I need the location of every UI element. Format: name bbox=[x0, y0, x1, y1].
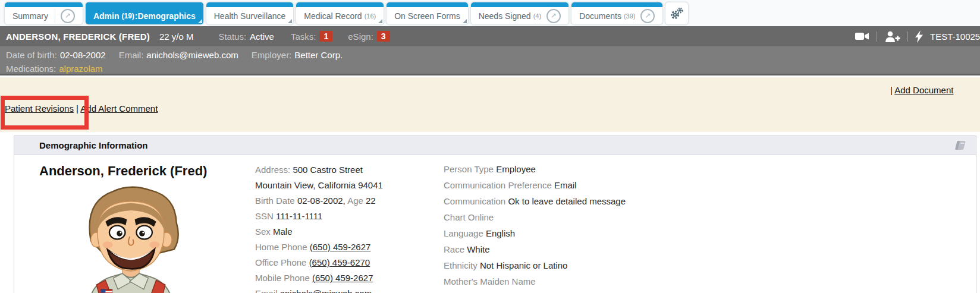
tab-admin-demographics[interactable]: Admin (19) :Demographics bbox=[86, 2, 203, 24]
field-address: Address: 500 Castro Street bbox=[255, 162, 383, 178]
demographics-right-column: Person Type Employee Communication Prefe… bbox=[444, 161, 626, 289]
race-value: White bbox=[467, 244, 489, 254]
tab-needs-signed-count: (4) bbox=[533, 12, 541, 20]
lightning-icon[interactable] bbox=[915, 30, 923, 43]
info-line-2: Medications:alprazolam bbox=[6, 62, 980, 75]
birth-date-label: Birth Date bbox=[255, 196, 295, 206]
tab-admin-label: Admin bbox=[93, 11, 120, 21]
address-label: Address: bbox=[255, 165, 290, 175]
tab-medical-record-count: (16) bbox=[365, 12, 376, 20]
field-chart-online: Chart Online bbox=[444, 209, 626, 225]
panel-header: Demographic Information bbox=[14, 136, 976, 155]
email-value: anichols@mieweb.com bbox=[146, 50, 238, 60]
sex-value: Male bbox=[273, 226, 293, 237]
tasks-badge[interactable]: 1 bbox=[319, 31, 332, 42]
ssn-value: 111-11-1111 bbox=[276, 211, 322, 221]
field-race: Race White bbox=[444, 241, 626, 257]
dob-value: 02-08-2002 bbox=[60, 50, 106, 60]
tab-fold-icon bbox=[463, 19, 467, 23]
tab-medical-record-label: Medical Record bbox=[304, 11, 362, 21]
tab-needs-signed-label: Needs Signed bbox=[479, 11, 531, 21]
home-phone-label: Home Phone bbox=[255, 242, 307, 252]
field-communication-preference: Communication Preference Email bbox=[444, 177, 626, 193]
gear-icon bbox=[670, 7, 684, 21]
esign-badge[interactable]: 3 bbox=[377, 31, 390, 42]
field-language: Language English bbox=[444, 225, 626, 241]
ethnicity-label: Ethnicity bbox=[444, 260, 478, 270]
annotation-box bbox=[1, 96, 89, 130]
patient-age-sex: 22 y/o M bbox=[159, 31, 194, 42]
info-line-1: Date of birth:02-08-2002Email:anichols@m… bbox=[6, 48, 980, 62]
open-in-new-icon[interactable]: ↗ bbox=[640, 9, 655, 23]
race-label: Race bbox=[444, 244, 464, 254]
demographic-panel: Demographic Information Anderson, Freder… bbox=[14, 136, 976, 293]
patient-info-bar: Date of birth:02-08-2002Email:anichols@m… bbox=[0, 46, 980, 75]
field-sex: Sex Male bbox=[255, 224, 383, 240]
mobile-phone-link[interactable]: (650) 459-2627 bbox=[312, 273, 373, 283]
email-value: anichols@mieweb.com bbox=[280, 288, 372, 293]
field-address-line2: Mountain View, California 94041 bbox=[255, 178, 383, 193]
add-document-group: | Add Document bbox=[890, 85, 953, 95]
age-label: Age bbox=[347, 196, 363, 206]
demographic-patient-name: Anderson, Frederick (Fred) bbox=[39, 163, 207, 179]
field-ssn: SSN 111-11-1111 bbox=[255, 209, 383, 224]
sex-label: Sex bbox=[255, 226, 271, 237]
dob-label: Date of birth: bbox=[6, 50, 57, 60]
panel-title: Demographic Information bbox=[39, 140, 953, 150]
add-document-link[interactable]: Add Document bbox=[894, 85, 953, 95]
tab-summary[interactable]: Summary ↗ bbox=[5, 2, 83, 24]
email-label: Email: bbox=[119, 50, 144, 60]
birth-date-value: 02-08-2002, bbox=[297, 196, 345, 206]
mobile-phone-label: Mobile Phone bbox=[255, 273, 310, 283]
add-person-icon[interactable] bbox=[884, 31, 900, 42]
field-birth-date: Birth Date 02-08-2002, Age 22 bbox=[255, 193, 383, 209]
field-person-type: Person Type Employee bbox=[444, 161, 626, 177]
ethnicity-value: Not Hispanic or Latino bbox=[480, 260, 568, 270]
tab-fold-icon bbox=[378, 19, 382, 23]
field-home-phone: Home Phone (650) 459-2627 bbox=[255, 240, 383, 255]
medications-value[interactable]: alprazolam bbox=[59, 64, 102, 74]
tab-needs-signed[interactable]: Needs Signed (4) ↗ bbox=[471, 2, 568, 24]
tab-on-screen-forms-label: On Screen Forms bbox=[394, 11, 460, 21]
esign-label: eSign: bbox=[348, 31, 373, 42]
tab-health-surveillance[interactable]: Health Surveillance bbox=[206, 2, 294, 24]
patient-avatar[interactable] bbox=[74, 179, 187, 293]
office-phone-link[interactable]: (650) 459-6270 bbox=[309, 257, 370, 267]
book-icon[interactable] bbox=[953, 140, 968, 151]
age-value: 22 bbox=[366, 196, 376, 206]
status-label: Status: bbox=[218, 31, 246, 42]
demographics-middle-column: Address: 500 Castro Street Mountain View… bbox=[255, 162, 383, 293]
video-camera-icon[interactable] bbox=[855, 31, 869, 41]
language-label: Language bbox=[444, 228, 483, 238]
tab-on-screen-forms[interactable]: On Screen Forms bbox=[387, 2, 467, 24]
mothers-maiden-name-label: Mother's Maiden Name bbox=[444, 276, 536, 286]
communication-preference-label: Communication Preference bbox=[444, 180, 552, 190]
language-value: English bbox=[486, 228, 515, 238]
tab-summary-label: Summary bbox=[12, 11, 48, 21]
open-in-new-icon[interactable]: ↗ bbox=[61, 9, 75, 23]
field-ethnicity: Ethnicity Not Hispanic or Latino bbox=[444, 257, 626, 273]
add-alert-comment-link[interactable]: Add Alert Comment bbox=[80, 103, 158, 114]
divider: | bbox=[890, 85, 893, 95]
address-value: 500 Castro Street bbox=[293, 165, 363, 175]
tab-fold-icon bbox=[198, 19, 202, 23]
employer-value: Better Corp. bbox=[294, 50, 343, 60]
chart-tab-bar: Summary ↗ Admin (19) :Demographics Healt… bbox=[0, 0, 980, 26]
person-type-label: Person Type bbox=[444, 164, 494, 174]
patient-bar-actions: TEST-10025 bbox=[855, 26, 980, 46]
field-communication: Communication Ok to leave detailed messa… bbox=[444, 193, 626, 209]
communication-value: Ok to leave detailed message bbox=[508, 196, 626, 206]
field-email: Email anichols@mieweb.com bbox=[255, 286, 383, 293]
person-type-value: Employee bbox=[496, 164, 536, 174]
field-office-phone: Office Phone (650) 459-6270 bbox=[255, 255, 383, 270]
tab-admin-count: (19) bbox=[121, 12, 134, 20]
ssn-label: SSN bbox=[255, 211, 274, 221]
settings-button[interactable] bbox=[665, 2, 688, 24]
home-phone-link[interactable]: (650) 459-2627 bbox=[310, 242, 371, 252]
open-in-new-icon[interactable]: ↗ bbox=[546, 9, 561, 23]
tab-documents[interactable]: Documents (39) ↗ bbox=[571, 2, 662, 24]
tab-medical-record[interactable]: Medical Record (16) bbox=[296, 2, 384, 24]
tab-health-surveillance-label: Health Surveillance bbox=[214, 11, 286, 21]
patient-name: ANDERSON, FREDERICK (FRED) bbox=[6, 31, 150, 42]
office-phone-label: Office Phone bbox=[255, 257, 306, 267]
